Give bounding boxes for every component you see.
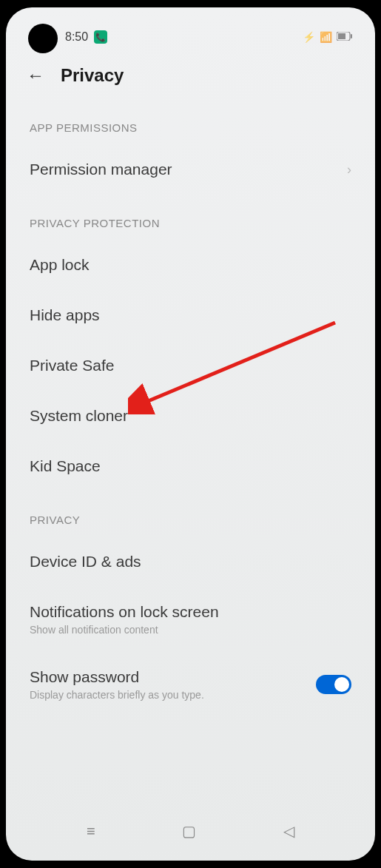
show-password-item[interactable]: Show password Display characters briefly… [6,652,375,717]
page-title: Privacy [61,65,124,86]
notifications-label: Notifications on lock screen [30,603,219,621]
show-password-toggle[interactable] [316,675,351,694]
battery-icon [337,31,353,43]
status-bar: 8:50 📞 ⚡ 📶 [6,7,375,52]
notifications-text: Notifications on lock screen Show all no… [30,603,219,636]
system-cloner-item[interactable]: System cloner [6,391,375,441]
nav-bar: ≡ ▢ ◁ [6,815,375,847]
device-id-label: Device ID & ads [30,553,141,571]
kid-space-item[interactable]: Kid Space [6,441,375,491]
status-time: 8:50 [65,30,88,44]
toggle-thumb [334,677,349,692]
show-password-text: Show password Display characters briefly… [30,668,204,701]
nav-home-icon[interactable]: ▢ [182,822,196,840]
section-header-privacy: PRIVACY [6,491,375,536]
kid-space-label: Kid Space [30,457,101,475]
hide-apps-item[interactable]: Hide apps [6,290,375,340]
app-lock-label: App lock [30,256,90,274]
device-id-item[interactable]: Device ID & ads [6,536,375,587]
section-header-privacy-protection: PRIVACY PROTECTION [6,195,375,240]
content: APP PERMISSIONS Permission manager › PRI… [6,99,375,717]
chevron-right-icon: › [347,162,351,178]
hide-apps-label: Hide apps [30,306,100,324]
nav-back-icon[interactable]: ◁ [283,822,294,840]
signal-icon: 📶 [320,31,332,43]
phone-screen: 8:50 📞 ⚡ 📶 ← Privacy APP PERMISSIONS Per… [6,7,375,861]
app-lock-item[interactable]: App lock [6,240,375,290]
nav-recent-icon[interactable]: ≡ [87,823,95,840]
show-password-subtitle: Display characters briefly as you type. [30,689,204,701]
section-header-app-permissions: APP PERMISSIONS [6,99,375,144]
mute-icon: ⚡ [303,31,315,43]
status-left: 8:50 📞 [65,30,107,44]
notifications-lock-item[interactable]: Notifications on lock screen Show all no… [6,587,375,652]
svg-rect-2 [338,33,345,39]
notifications-subtitle: Show all notification content [30,624,219,636]
camera-hole [28,24,58,53]
private-safe-item[interactable]: Private Safe [6,340,375,391]
svg-rect-1 [351,34,352,38]
private-safe-label: Private Safe [30,357,114,374]
back-arrow-icon[interactable]: ← [27,65,44,86]
permission-manager-label: Permission manager [30,161,172,178]
status-right: ⚡ 📶 [303,31,353,43]
system-cloner-label: System cloner [30,407,128,425]
header: ← Privacy [6,52,375,99]
show-password-label: Show password [30,668,204,686]
phone-call-icon: 📞 [94,30,107,44]
permission-manager-item[interactable]: Permission manager › [6,144,375,195]
